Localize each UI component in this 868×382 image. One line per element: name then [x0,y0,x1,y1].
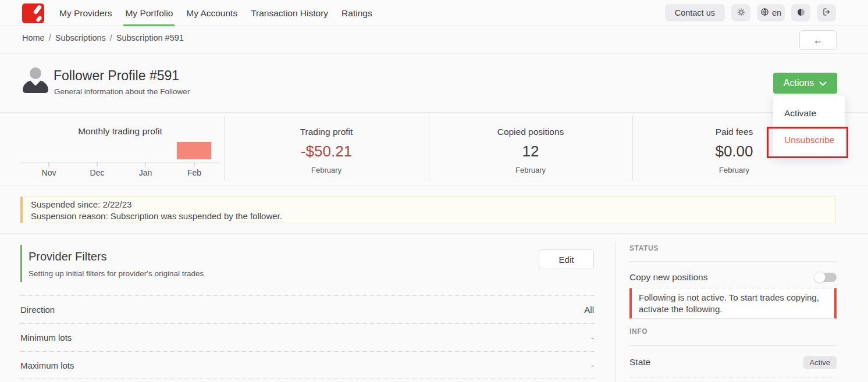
logo-slash-large [33,4,42,15]
divider-below-stats [0,185,868,185]
breadcrumb: Home / Subscriptions / Subscription #591 [22,33,184,42]
menu-item-activate[interactable]: Activate [773,102,845,124]
chart-category-nov: Nov [42,168,56,177]
chevron-down-icon [819,78,827,88]
stat-card-trading-profit: Trading profit -$50.21 February [224,112,429,185]
nav-item-ratings[interactable]: Ratings [340,0,374,26]
globe-icon [760,8,769,18]
info-section-heading: INFO [629,327,648,335]
follower-profile-page: My Providers My Portfolio My Accounts Tr… [0,0,868,382]
sign-out-icon [821,7,831,19]
chart-title: Monthly trading profit [20,126,220,137]
language-code: en [772,8,781,17]
avatar-head [30,67,41,79]
nav-item-my-portfolio[interactable]: My Portfolio [123,0,175,26]
filter-row-minimum-lots: Minimum lots - [20,323,594,351]
brand-logo-icon[interactable] [22,3,44,23]
stat-card-copied-positions: Copied positions 12 February [429,112,632,185]
edit-button[interactable]: Edit [539,249,594,269]
chart-tick [194,162,195,167]
stat-period: February [429,166,632,174]
nav-item-transaction-history[interactable]: Transaction History [249,0,330,26]
filter-value: All [584,305,594,315]
chart-tick [48,162,49,167]
filter-label: Direction [20,305,55,315]
nav-right-group: Contact us [665,4,836,22]
stat-title: Copied positions [429,127,632,137]
page-title: Follower Profile #591 [54,68,179,84]
nav-item-my-providers[interactable]: My Providers [58,0,113,26]
divider-above-filters [0,233,868,234]
follower-avatar [22,66,49,93]
section-accent-bar [20,245,22,282]
actions-button[interactable]: Actions [773,73,837,94]
breadcrumb-separator: / [49,33,51,42]
filter-label: Maximum lots [20,360,74,370]
following-not-active-alert: Following is not active. To start trades… [629,288,837,319]
logo-slash-small [35,15,42,22]
stat-period: February [224,166,429,174]
chart-x-axis [20,162,220,163]
stat-value: -$50.21 [224,142,429,160]
theme-toggle-button[interactable] [791,4,810,22]
filter-value: - [591,360,594,370]
provider-filters-title: Provider Filters [29,250,106,263]
provider-filters-table: Direction All Minimum lots - Maximum lot… [20,295,594,379]
top-navigation-bar: My Providers My Portfolio My Accounts Tr… [0,0,868,26]
page-subtitle: General information about the Follower [54,87,190,96]
copy-new-positions-label: Copy new positions [629,272,707,283]
breadcrumb-subscriptions[interactable]: Subscriptions [55,33,106,42]
filter-value: - [591,333,594,342]
actions-button-label: Actions [784,78,814,88]
settings-button[interactable] [731,4,750,22]
filter-row-maximum-lots: Maximum lots - [20,351,594,379]
provider-filters-subtitle: Setting up initial filters for provider'… [29,269,204,278]
state-active-badge: Active [803,356,837,369]
filter-label: Minimum lots [20,333,72,342]
stats-row: Monthly trading profit Nov Dec Jan Feb T… [0,112,868,185]
logout-button[interactable] [817,4,836,22]
chart-category-dec: Dec [90,168,105,177]
contact-us-button[interactable]: Contact us [665,4,725,22]
suspended-since-text: Suspended since: 2/22/23 [31,199,835,209]
stat-value: 12 [429,142,632,160]
gear-icon [737,8,746,19]
suspension-warning-banner: Suspended since: 2/22/23 Suspension reas… [20,197,836,223]
suspension-reason-text: Suspension reason: Subscription was susp… [31,211,835,221]
chart-tick [97,162,98,167]
contrast-icon [796,8,806,19]
copy-new-positions-toggle[interactable] [816,273,837,282]
filter-row-direction: Direction All [20,295,594,323]
back-arrow-icon: ← [813,34,823,47]
chart-category-feb: Feb [187,168,201,177]
menu-item-unsubscribe[interactable]: Unsubscribe [773,129,845,151]
sidebar-divider [616,241,616,382]
status-heading-underline [629,261,837,262]
chart-category-jan: Jan [139,168,152,177]
nav-left-group: My Providers My Portfolio My Accounts Tr… [22,0,374,26]
breadcrumb-separator: / [110,33,112,42]
state-row: State Active [629,352,837,372]
stat-period: February [632,166,836,174]
breadcrumb-current: Subscription #591 [116,33,184,42]
toggle-knob [814,272,826,283]
chart-bar-feb [177,142,211,159]
status-section-heading: STATUS [629,244,659,252]
back-button[interactable]: ← [799,30,837,50]
chart-tick [145,162,146,167]
divider-below-breadcrumb [0,53,868,53]
copy-new-positions-row: Copy new positions [629,270,837,285]
info-heading-underline [629,345,837,346]
nav-item-my-accounts[interactable]: My Accounts [184,0,239,26]
actions-dropdown-menu: Activate Unsubscribe [773,95,845,158]
breadcrumb-home[interactable]: Home [22,33,45,42]
state-row-separator [629,377,837,377]
stat-title: Trading profit [224,127,429,137]
language-button[interactable]: en [757,4,785,22]
state-label: State [629,357,650,367]
